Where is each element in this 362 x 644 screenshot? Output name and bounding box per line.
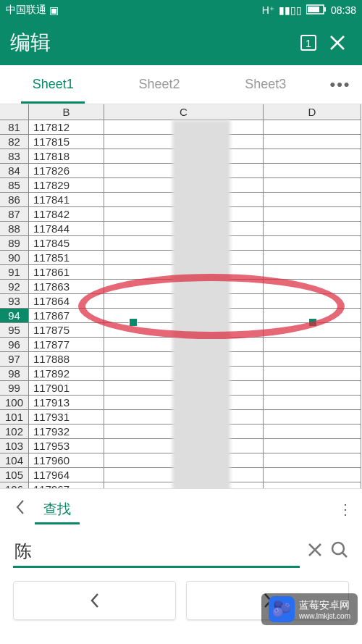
cell-d[interactable] — [264, 482, 361, 488]
tab-sheet1[interactable]: Sheet1 — [0, 65, 106, 104]
cell-d[interactable] — [264, 439, 361, 453]
cell-d[interactable] — [264, 236, 361, 251]
row-header[interactable]: 98 — [0, 367, 29, 381]
cell-b[interactable]: 117815 — [29, 135, 104, 149]
col-header[interactable]: C — [104, 104, 264, 120]
cell-d[interactable] — [264, 164, 361, 178]
cell-b[interactable]: 117845 — [29, 236, 104, 251]
tab-more-button[interactable]: ••• — [319, 75, 362, 94]
cell-b[interactable]: 117818 — [29, 149, 104, 164]
search-tab-find[interactable]: 查找 — [35, 489, 80, 529]
cell-b[interactable]: 117913 — [29, 396, 104, 410]
row-header[interactable]: 81 — [0, 120, 29, 135]
row-header[interactable]: 94 — [0, 309, 29, 323]
selection-handle-right[interactable] — [308, 318, 317, 327]
carrier-label: 中国联通 — [6, 4, 46, 17]
search-more-button[interactable]: ⋮ — [334, 501, 356, 518]
search-prev-button[interactable] — [13, 581, 176, 620]
cell-d[interactable] — [264, 338, 361, 352]
row-header[interactable]: 105 — [0, 468, 29, 482]
search-submit-button[interactable] — [330, 540, 349, 564]
cell-b[interactable]: 117892 — [29, 367, 104, 381]
cell-d[interactable] — [264, 135, 361, 149]
row-header[interactable]: 101 — [0, 410, 29, 425]
row-header[interactable]: 86 — [0, 193, 29, 207]
row-header[interactable]: 90 — [0, 251, 29, 265]
row-header[interactable]: 87 — [0, 207, 29, 222]
cell-b[interactable]: 117864 — [29, 294, 104, 309]
clear-search-button[interactable] — [307, 542, 323, 562]
row-header[interactable]: 83 — [0, 149, 29, 164]
cell-d[interactable] — [264, 193, 361, 207]
spreadsheet[interactable]: BCD8111781282117815831178188411782685117… — [0, 104, 362, 488]
signal-hplus-icon: H⁺ — [262, 5, 274, 15]
cell-b[interactable]: 117829 — [29, 178, 104, 193]
cell-d[interactable] — [264, 265, 361, 280]
row-header[interactable]: 103 — [0, 439, 29, 453]
cell-d[interactable] — [264, 410, 361, 425]
row-header[interactable]: 100 — [0, 396, 29, 410]
cell-d[interactable] — [264, 381, 361, 396]
cell-b[interactable]: 117812 — [29, 120, 104, 135]
cell-b[interactable]: 117851 — [29, 251, 104, 265]
selection-handle-left[interactable] — [129, 318, 138, 327]
tab-sheet3[interactable]: Sheet3 — [212, 65, 319, 104]
cell-d[interactable] — [264, 352, 361, 367]
row-header[interactable]: 82 — [0, 135, 29, 149]
cell-b[interactable]: 117863 — [29, 280, 104, 294]
cell-b[interactable]: 117877 — [29, 338, 104, 352]
cell-d[interactable] — [264, 207, 361, 222]
row-header[interactable]: 104 — [0, 453, 29, 468]
cell-d[interactable] — [264, 294, 361, 309]
cell-d[interactable] — [264, 367, 361, 381]
col-header[interactable]: D — [264, 104, 361, 120]
tabs-button[interactable]: 1 — [294, 28, 323, 57]
cell-d[interactable] — [264, 251, 361, 265]
row-header[interactable]: 96 — [0, 338, 29, 352]
cell-d[interactable] — [264, 149, 361, 164]
cell-d[interactable] — [264, 396, 361, 410]
cell-b[interactable]: 117960 — [29, 453, 104, 468]
cell-d[interactable] — [264, 178, 361, 193]
tab-sheet2[interactable]: Sheet2 — [106, 65, 213, 104]
row-header[interactable]: 91 — [0, 265, 29, 280]
cell-d[interactable] — [264, 453, 361, 468]
cell-b[interactable]: 117875 — [29, 323, 104, 338]
cell-d[interactable] — [264, 222, 361, 236]
row-header[interactable]: 85 — [0, 178, 29, 193]
row-header[interactable]: 95 — [0, 323, 29, 338]
col-header[interactable] — [0, 104, 29, 120]
cell-b[interactable]: 117932 — [29, 425, 104, 439]
svg-point-5 — [332, 543, 344, 554]
search-input[interactable] — [13, 537, 300, 568]
col-header[interactable]: B — [29, 104, 104, 120]
row-header[interactable]: 88 — [0, 222, 29, 236]
cell-d[interactable] — [264, 120, 361, 135]
cell-b[interactable]: 117841 — [29, 193, 104, 207]
cell-b[interactable]: 117901 — [29, 381, 104, 396]
row-header[interactable]: 106 — [0, 482, 29, 488]
cell-b[interactable]: 117953 — [29, 439, 104, 453]
search-back-button[interactable] — [6, 499, 35, 519]
cell-b[interactable]: 117964 — [29, 468, 104, 482]
row-header[interactable]: 89 — [0, 236, 29, 251]
cell-d[interactable] — [264, 425, 361, 439]
signal-bars-icon: ▮▮▯▯ — [279, 5, 302, 15]
cell-b[interactable]: 117967 — [29, 482, 104, 488]
cell-d[interactable] — [264, 468, 361, 482]
cell-b[interactable]: 117826 — [29, 164, 104, 178]
row-header[interactable]: 102 — [0, 425, 29, 439]
row-header[interactable]: 93 — [0, 294, 29, 309]
cell-b[interactable]: 117844 — [29, 222, 104, 236]
row-header[interactable]: 92 — [0, 280, 29, 294]
row-header[interactable]: 99 — [0, 381, 29, 396]
cell-b[interactable]: 117888 — [29, 352, 104, 367]
cell-b[interactable]: 117842 — [29, 207, 104, 222]
row-header[interactable]: 84 — [0, 164, 29, 178]
cell-b[interactable]: 117861 — [29, 265, 104, 280]
cell-b[interactable]: 117867 — [29, 309, 104, 323]
row-header[interactable]: 97 — [0, 352, 29, 367]
close-button[interactable] — [323, 28, 352, 57]
cell-d[interactable] — [264, 280, 361, 294]
cell-b[interactable]: 117931 — [29, 410, 104, 425]
